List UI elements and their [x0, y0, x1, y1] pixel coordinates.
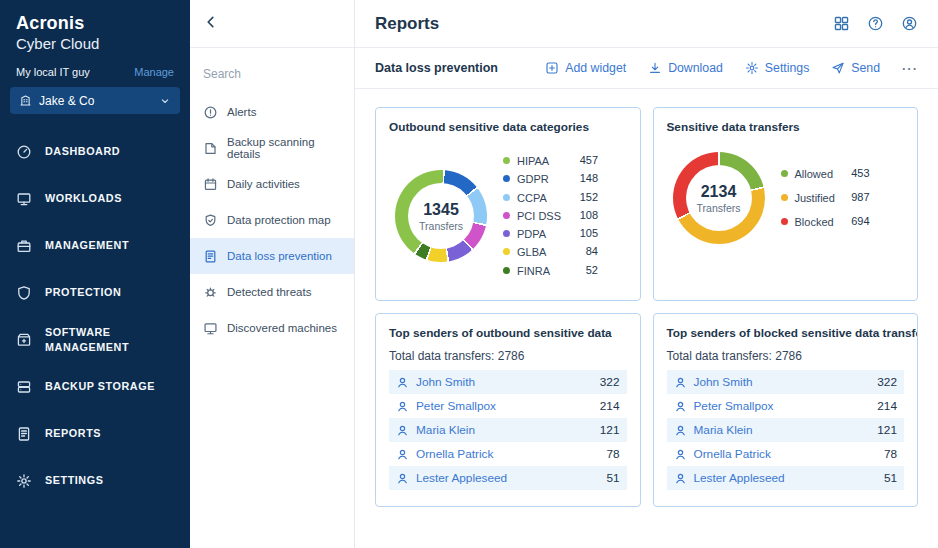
- subnav-item-daily-activities[interactable]: Daily activities: [190, 166, 354, 202]
- page-title: Reports: [375, 14, 439, 34]
- data-protection-map-icon: [203, 213, 218, 228]
- donut-total: 2134: [701, 183, 737, 201]
- gear-icon: [745, 61, 759, 75]
- primary-nav: DASHBOARD WORKLOADS MANAGEMENT PROTECTIO…: [0, 128, 190, 504]
- help-icon[interactable]: [867, 15, 884, 32]
- back-button[interactable]: [203, 14, 219, 33]
- workloads-icon: [16, 191, 32, 207]
- sidebar-item-settings[interactable]: SETTINGS: [0, 457, 190, 504]
- legend-item: Blocked694: [781, 215, 870, 229]
- sidebar-item-software-management[interactable]: SOFTWARE MANAGEMENT: [0, 316, 190, 363]
- sidebar-item-backup-storage[interactable]: BACKUP STORAGE: [0, 363, 190, 410]
- header-icons: [833, 15, 918, 32]
- manage-link[interactable]: Manage: [134, 66, 174, 78]
- sender-link[interactable]: Ornella Patrick: [416, 447, 493, 461]
- subnav-item-data-loss-prevention[interactable]: Data loss prevention: [190, 238, 354, 274]
- account-row: My local IT guy Manage: [0, 52, 190, 85]
- send-button[interactable]: Send: [831, 61, 880, 75]
- sender-link[interactable]: Peter Smallpox: [416, 399, 496, 413]
- chevron-left-icon: [203, 14, 219, 33]
- subnav-items: Alerts Backup scanning details Daily act…: [190, 94, 354, 346]
- outbound-categories-donut-chart: 1345 Transfers: [395, 170, 487, 262]
- legend-item: HIPAA457: [503, 154, 598, 168]
- card-top-senders-outbound: Top senders of outbound sensitive data T…: [375, 313, 641, 507]
- reports-subnav: Alerts Backup scanning details Daily act…: [190, 0, 355, 548]
- card-title: Top senders of blocked sensitive data tr…: [667, 326, 905, 340]
- subnav-item-alerts[interactable]: Alerts: [190, 94, 354, 130]
- legend-dot: [503, 248, 510, 255]
- table-row: John Smith 322: [667, 370, 905, 394]
- protection-icon: [16, 285, 32, 301]
- subnav-item-detected-threats[interactable]: Detected threats: [190, 274, 354, 310]
- sender-link[interactable]: Maria Klein: [694, 423, 753, 437]
- subnav-item-data-protection-map[interactable]: Data protection map: [190, 202, 354, 238]
- card-title: Top senders of outbound sensitive data: [389, 326, 627, 340]
- company-selector[interactable]: Jake & Co: [10, 87, 180, 114]
- table-row: Peter Smallpox 214: [667, 394, 905, 418]
- transfer-count: 78: [606, 447, 619, 461]
- send-icon: [831, 61, 845, 75]
- person-icon: [396, 472, 409, 485]
- sidebar-item-protection[interactable]: PROTECTION: [0, 269, 190, 316]
- sender-link[interactable]: John Smith: [416, 375, 475, 389]
- legend-dot: [503, 157, 510, 164]
- sender-link[interactable]: Lester Appleseed: [694, 471, 785, 485]
- senders-table: John Smith 322 Peter Smallpox 214 Maria …: [667, 370, 905, 490]
- card-subtitle: Total data transfers: 2786: [389, 349, 627, 363]
- legend-item: GLBA84: [503, 245, 598, 259]
- transfer-count: 121: [600, 423, 620, 437]
- legend-item: PCI DSS108: [503, 209, 598, 223]
- more-actions-button[interactable]: ···: [902, 61, 918, 76]
- download-icon: [648, 61, 662, 75]
- sidebar-item-management[interactable]: MANAGEMENT: [0, 222, 190, 269]
- legend: Allowed453 Justified987 Blocked694: [781, 162, 870, 235]
- building-icon: [19, 94, 32, 107]
- acronis-wordmark: Acronis: [16, 13, 174, 34]
- donut-total-label: Transfers: [419, 220, 463, 232]
- company-name: Jake & Co: [39, 94, 94, 108]
- add-widget-button[interactable]: Add widget: [545, 61, 626, 75]
- legend-item: FINRA52: [503, 264, 598, 278]
- legend-dot: [781, 170, 788, 177]
- dashboard-icon: [16, 144, 32, 160]
- sender-link[interactable]: Lester Appleseed: [416, 471, 507, 485]
- legend-item: Justified987: [781, 191, 870, 205]
- transfer-count: 51: [884, 471, 897, 485]
- search-input[interactable]: [203, 67, 341, 81]
- sidebar-item-reports[interactable]: REPORTS: [0, 410, 190, 457]
- card-title: Outbound sensitive data categories: [389, 120, 627, 134]
- reports-icon: [16, 426, 32, 442]
- backup-storage-icon: [16, 379, 32, 395]
- legend-dot: [781, 218, 788, 225]
- donut-center: 2134 Transfers: [686, 165, 752, 231]
- apps-grid-icon[interactable]: [833, 15, 850, 32]
- subnav-item-backup-scanning-details[interactable]: Backup scanning details: [190, 130, 354, 166]
- subnav-item-discovered-machines[interactable]: Discovered machines: [190, 310, 354, 346]
- account-icon[interactable]: [901, 15, 918, 32]
- legend-dot: [503, 230, 510, 237]
- transfer-count: 51: [606, 471, 619, 485]
- legend-dot: [503, 212, 510, 219]
- account-name: My local IT guy: [16, 66, 90, 78]
- senders-table: John Smith 322 Peter Smallpox 214 Maria …: [389, 370, 627, 490]
- legend-item: GDPR148: [503, 172, 598, 186]
- add-widget-icon: [545, 61, 559, 75]
- sender-link[interactable]: Maria Klein: [416, 423, 475, 437]
- sender-link[interactable]: John Smith: [694, 375, 753, 389]
- sidebar-item-dashboard[interactable]: DASHBOARD: [0, 128, 190, 175]
- sidebar-item-workloads[interactable]: WORKLOADS: [0, 175, 190, 222]
- table-row: Ornella Patrick 78: [389, 442, 627, 466]
- sender-link[interactable]: Ornella Patrick: [694, 447, 771, 461]
- sender-link[interactable]: Peter Smallpox: [694, 399, 774, 413]
- legend-dot: [503, 175, 510, 182]
- legend-item: CCPA152: [503, 191, 598, 205]
- card-title: Sensitive data transfers: [667, 120, 905, 134]
- donut-total-label: Transfers: [697, 202, 741, 214]
- legend-dot: [503, 194, 510, 201]
- download-button[interactable]: Download: [648, 61, 723, 75]
- subnav-header: [190, 0, 354, 48]
- settings-button[interactable]: Settings: [745, 61, 809, 75]
- table-row: Maria Klein 121: [389, 418, 627, 442]
- donut-row: 1345 Transfers HIPAA457 GDPR148 CCPA152 …: [389, 152, 627, 280]
- legend: HIPAA457 GDPR148 CCPA152 PCI DSS108 PDPA…: [503, 152, 598, 280]
